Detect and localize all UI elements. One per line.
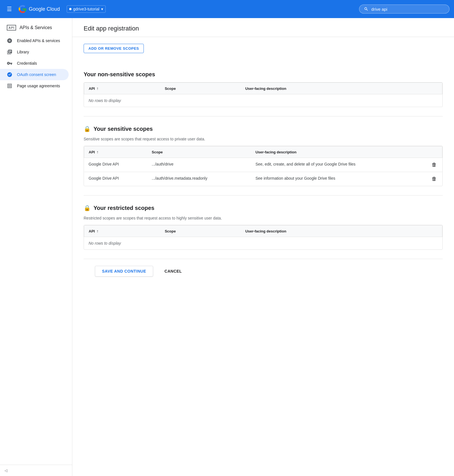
sidebar-item-enabled-apis-label: Enabled APIs & services	[17, 38, 60, 43]
restricted-table-wrapper: API ↑ Scope User-facing description No r	[84, 225, 443, 250]
restricted-section-description: Restricted scopes are scopes that reques…	[84, 216, 443, 220]
sidebar-item-library-label: Library	[17, 50, 29, 54]
restricted-empty-row: No rows to display	[84, 237, 442, 250]
restricted-lock-icon: 🔒	[84, 205, 91, 211]
restricted-scopes-table: API ↑ Scope User-facing description No r	[84, 225, 442, 249]
non-sensitive-scopes-section: Your non-sensitive scopes API ↑	[84, 62, 443, 116]
page-usage-icon	[7, 83, 12, 89]
restricted-col-scope: Scope	[160, 225, 241, 237]
sensitive-section-title: Your sensitive scopes	[94, 126, 153, 132]
non-sensitive-scopes-table: API ↑ Scope User-facing description No r	[84, 82, 442, 107]
google-cloud-logo[interactable]: Google Cloud	[19, 5, 60, 13]
non-sensitive-col-api: API ↑	[84, 83, 160, 94]
sensitive-row-api: Google Drive API	[84, 158, 147, 172]
search-icon	[364, 6, 368, 12]
enabled-apis-icon	[7, 38, 12, 44]
cancel-button[interactable]: CANCEL	[158, 266, 188, 276]
search-bar[interactable]	[359, 5, 449, 14]
sidebar: API APIs & Services Enabled APIs & servi…	[0, 18, 72, 476]
page-title: Edit app registration	[84, 25, 443, 32]
credentials-icon	[7, 60, 12, 66]
save-and-continue-button[interactable]: SAVE AND CONTINUE	[95, 266, 153, 277]
restricted-col-description: User-facing description	[241, 225, 442, 237]
non-sensitive-col-scope: Scope	[160, 83, 241, 94]
delete-scope-button[interactable]: 🗑	[431, 161, 438, 169]
oauth-consent-icon	[7, 72, 12, 77]
sensitive-row-description: See information about your Google Drive …	[251, 172, 426, 186]
sidebar-item-page-usage-label: Page usage agreements	[17, 84, 60, 88]
project-selector[interactable]: gdrive3-tutorial ▾	[67, 5, 106, 13]
sensitive-row-delete[interactable]: 🗑	[426, 172, 442, 186]
sidebar-item-oauth-consent[interactable]: OAuth consent screen	[0, 69, 69, 80]
add-remove-scopes-button[interactable]: ADD OR REMOVE SCOPES	[84, 44, 144, 53]
sensitive-row-scope: .../auth/drive.metadata.readonly	[147, 172, 251, 186]
search-input[interactable]	[371, 7, 445, 12]
sensitive-row-description: See, edit, create, and delete all of you…	[251, 158, 426, 172]
library-icon	[7, 49, 12, 55]
sidebar-item-page-usage[interactable]: Page usage agreements	[0, 80, 69, 92]
action-bar: SAVE AND CONTINUE CANCEL	[84, 259, 443, 283]
top-navigation: ☰ Google Cloud gdrive3-tutorial ▾	[0, 0, 454, 18]
sensitive-col-api: API ↑	[84, 146, 147, 158]
page-header: Edit app registration	[72, 18, 454, 37]
project-dropdown-icon: ▾	[101, 7, 103, 11]
non-sensitive-section-header: Your non-sensitive scopes	[84, 71, 443, 78]
non-sensitive-table-wrapper: API ↑ Scope User-facing description No r	[84, 82, 443, 107]
restricted-col-api: API ↑	[84, 225, 160, 237]
sensitive-lock-icon: 🔒	[84, 125, 91, 132]
sensitive-row-api: Google Drive API	[84, 172, 147, 186]
sensitive-table-row: Google Drive API .../auth/drive See, edi…	[84, 158, 442, 172]
non-sensitive-empty-row: No rows to display	[84, 94, 442, 107]
sidebar-item-library[interactable]: Library	[0, 46, 69, 58]
sidebar-item-credentials[interactable]: Credentials	[0, 58, 69, 69]
non-sensitive-col-description: User-facing description	[241, 83, 442, 94]
sidebar-title: APIs & Services	[19, 25, 52, 30]
add-scopes-container: ADD OR REMOVE SCOPES	[84, 37, 443, 62]
api-badge: API	[7, 25, 16, 31]
restricted-api-sort-arrow-icon[interactable]: ↑	[97, 229, 99, 233]
sidebar-navigation: Enabled APIs & services Library Credenti…	[0, 35, 72, 465]
sensitive-table-row: Google Drive API .../auth/drive.metadata…	[84, 172, 442, 186]
sensitive-section-description: Sensitive scopes are scopes that request…	[84, 137, 443, 141]
sensitive-scopes-table: API ↑ Scope User-facing description	[84, 146, 442, 186]
sidebar-collapse-button[interactable]: ◁	[0, 465, 72, 476]
non-sensitive-section-title: Your non-sensitive scopes	[84, 71, 155, 78]
sensitive-row-delete[interactable]: 🗑	[426, 158, 442, 172]
collapse-arrow-icon: ◁	[5, 468, 7, 473]
sensitive-col-actions	[426, 146, 442, 158]
sensitive-scopes-section: 🔒 Your sensitive scopes Sensitive scopes…	[84, 116, 443, 195]
sidebar-header: API APIs & Services	[0, 20, 72, 35]
restricted-section-header: 🔒 Your restricted scopes	[84, 205, 443, 211]
content-area: ADD OR REMOVE SCOPES Your non-sensitive …	[72, 37, 454, 295]
sensitive-api-sort-arrow-icon[interactable]: ↑	[97, 150, 99, 154]
sensitive-row-scope: .../auth/drive	[147, 158, 251, 172]
sensitive-col-scope: Scope	[147, 146, 251, 158]
restricted-empty-message: No rows to display	[84, 237, 442, 250]
restricted-scopes-section: 🔒 Your restricted scopes Restricted scop…	[84, 195, 443, 259]
restricted-section-title: Your restricted scopes	[94, 205, 154, 211]
main-layout: API APIs & Services Enabled APIs & servi…	[0, 18, 454, 476]
api-sort-arrow-icon[interactable]: ↑	[97, 86, 99, 91]
sidebar-item-credentials-label: Credentials	[17, 61, 37, 66]
hamburger-menu-icon[interactable]: ☰	[5, 3, 14, 15]
sensitive-section-header: 🔒 Your sensitive scopes	[84, 125, 443, 132]
sidebar-item-oauth-consent-label: OAuth consent screen	[17, 72, 56, 77]
project-dot-icon	[69, 8, 71, 10]
non-sensitive-empty-message: No rows to display	[84, 94, 442, 107]
sensitive-col-description: User-facing description	[251, 146, 426, 158]
sidebar-item-enabled-apis[interactable]: Enabled APIs & services	[0, 35, 69, 46]
delete-scope-button[interactable]: 🗑	[431, 175, 438, 183]
google-cloud-logo-svg	[19, 5, 27, 13]
main-content: Edit app registration ADD OR REMOVE SCOP…	[72, 18, 454, 476]
sensitive-table-wrapper: API ↑ Scope User-facing description	[84, 146, 443, 186]
logo-text: Google Cloud	[29, 6, 60, 12]
project-name: gdrive3-tutorial	[73, 7, 99, 11]
